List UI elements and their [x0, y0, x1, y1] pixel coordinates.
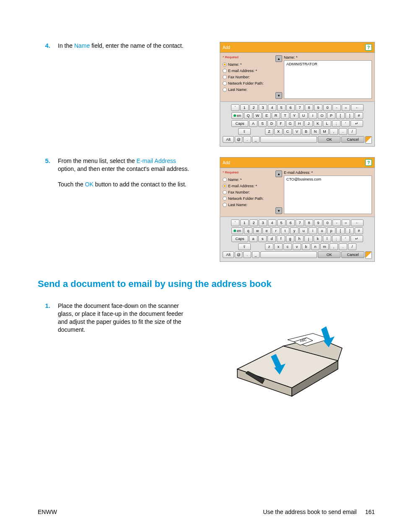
key-c[interactable]: C [283, 128, 292, 135]
key-space[interactable] [260, 136, 317, 143]
key--[interactable]: - [332, 220, 341, 226]
key-4[interactable]: 4 [268, 104, 276, 111]
key-a[interactable]: a [249, 235, 257, 242]
key-⇧[interactable]: ⇧ [238, 128, 251, 135]
key-caps[interactable]: Caps [231, 235, 248, 242]
key-r[interactable]: R [272, 112, 280, 119]
key-/[interactable]: / [348, 128, 356, 135]
key-←[interactable]: ← [351, 220, 364, 226]
key-=[interactable]: = [342, 104, 350, 111]
key-e[interactable]: E [262, 112, 271, 119]
key-o[interactable]: o [318, 227, 326, 234]
key-↵[interactable]: ↵ [351, 120, 363, 127]
key-j[interactable]: j [304, 235, 313, 242]
key-u[interactable]: u [299, 227, 308, 234]
key-x[interactable]: X [274, 128, 283, 135]
scroll-down-icon[interactable]: ▼ [275, 207, 282, 214]
key-d[interactable]: D [268, 120, 276, 127]
key-z[interactable]: Z [265, 128, 273, 135]
field-folder[interactable]: Network Folder Path: [223, 81, 273, 85]
onscreen-keyboard-lower[interactable]: `1234567890-=←enqwertyuiop[]#Capsasdfghj… [220, 217, 375, 262]
eraser-icon[interactable] [365, 251, 372, 259]
key-0[interactable]: 0 [323, 104, 332, 111]
key-s[interactable]: S [258, 120, 267, 127]
key-f[interactable]: f [277, 235, 285, 242]
key-b[interactable]: B [302, 128, 310, 135]
key-↵[interactable]: ↵ [351, 235, 363, 242]
key-en[interactable]: en [231, 112, 243, 119]
key-'[interactable]: ' [341, 235, 350, 242]
key-alt[interactable]: Alt [223, 136, 234, 143]
field-email[interactable]: E-mail Address: * [223, 184, 273, 188]
cancel-button[interactable]: Cancel [341, 251, 364, 258]
key-dot[interactable]: . [243, 251, 251, 258]
key-1[interactable]: 1 [240, 220, 249, 226]
key-f[interactable]: F [277, 120, 285, 127]
field-name[interactable]: Name: * [223, 62, 273, 67]
cancel-button[interactable]: Cancel [341, 136, 364, 143]
key-7[interactable]: 7 [296, 104, 304, 111]
key-0[interactable]: 0 [323, 220, 332, 226]
key-g[interactable]: g [286, 235, 294, 242]
onscreen-keyboard-upper[interactable]: `1234567890-=←enQWERTYUIOP[]#CapsASDFGHJ… [220, 102, 375, 147]
key-alt[interactable]: Alt [223, 251, 234, 258]
help-icon[interactable]: ? [365, 44, 372, 51]
key-/[interactable]: / [348, 243, 356, 250]
field-name[interactable]: Name: * [223, 178, 273, 182]
key-9[interactable]: 9 [314, 220, 322, 226]
scroll-up-icon[interactable]: ▲ [275, 170, 282, 177]
field-folder[interactable]: Network Folder Path: [223, 196, 273, 201]
key-v[interactable]: v [293, 243, 301, 250]
email-input[interactable]: CTO@business.com [284, 176, 372, 214]
key-o[interactable]: O [318, 112, 326, 119]
key-l[interactable]: L [323, 120, 331, 127]
key-,[interactable]: , [330, 243, 338, 250]
key-h[interactable]: H [295, 120, 304, 127]
key-=[interactable]: = [342, 220, 350, 226]
key-v[interactable]: V [293, 128, 301, 135]
key-3[interactable]: 3 [259, 104, 267, 111]
key-n[interactable]: N [311, 128, 319, 135]
key-r[interactable]: r [272, 227, 280, 234]
key-6[interactable]: 6 [286, 220, 295, 226]
key-at[interactable]: @ [235, 136, 242, 143]
key-u[interactable]: U [299, 112, 308, 119]
key-w[interactable]: W [253, 112, 262, 119]
key-s[interactable]: s [258, 235, 267, 242]
key-[[interactable]: [ [336, 112, 345, 119]
key-dot[interactable]: . [243, 136, 251, 143]
key-w[interactable]: w [253, 227, 262, 234]
key--[interactable]: - [332, 104, 341, 111]
key-,[interactable]: , [330, 128, 338, 135]
key-m[interactable]: m [320, 243, 329, 250]
key-.[interactable]: . [339, 243, 347, 250]
help-icon[interactable]: ? [365, 159, 372, 166]
key-t[interactable]: t [281, 227, 289, 234]
key-;[interactable]: ; [332, 235, 340, 242]
key-7[interactable]: 7 [296, 220, 304, 226]
key-k[interactable]: k [314, 235, 322, 242]
scroll-up-icon[interactable]: ▲ [275, 55, 282, 62]
ok-button[interactable]: OK [318, 136, 340, 143]
key-en[interactable]: en [231, 227, 243, 234]
key-q[interactable]: q [244, 227, 252, 234]
key-b[interactable]: b [302, 243, 310, 250]
key-h[interactable]: h [295, 235, 304, 242]
key-←[interactable]: ← [351, 104, 364, 111]
key-space[interactable] [260, 251, 317, 258]
key-p[interactable]: P [327, 112, 335, 119]
key-[[interactable]: [ [336, 227, 345, 234]
key-][interactable]: ] [345, 112, 354, 119]
key-m[interactable]: M [320, 128, 329, 135]
key-⇧[interactable]: ⇧ [238, 243, 251, 250]
key-n[interactable]: n [311, 243, 319, 250]
key-6[interactable]: 6 [286, 104, 295, 111]
key-8[interactable]: 8 [305, 104, 313, 111]
key-i[interactable]: i [309, 227, 317, 234]
key-i[interactable]: I [309, 112, 317, 119]
key-3[interactable]: 3 [259, 220, 267, 226]
key-5[interactable]: 5 [277, 104, 286, 111]
key-#[interactable]: # [355, 112, 363, 119]
key-g[interactable]: G [286, 120, 294, 127]
key-d[interactable]: d [268, 235, 276, 242]
